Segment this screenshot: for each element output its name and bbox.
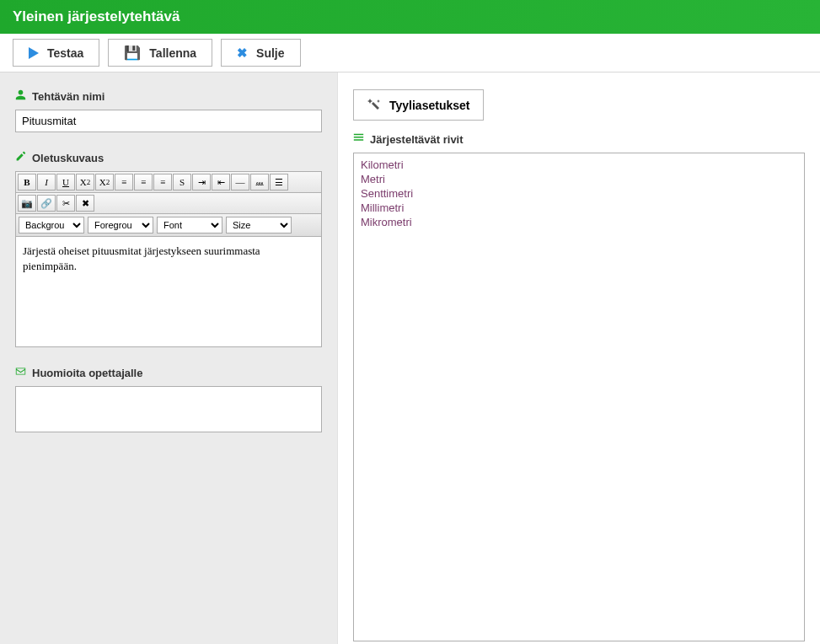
strike-button[interactable]: S xyxy=(173,174,191,191)
left-panel: Tehtävän nimi Oletuskuvaus B I U X2 X2 ≡ xyxy=(0,72,337,644)
notes-label: Huomioita opettajalle xyxy=(32,367,142,379)
test-label: Testaa xyxy=(47,46,83,60)
close-label: Sulje xyxy=(256,46,284,60)
play-icon xyxy=(29,47,39,59)
save-label: Tallenna xyxy=(149,46,196,60)
content-area: Tehtävän nimi Oletuskuvaus B I U X2 X2 ≡ xyxy=(0,72,820,644)
list-item: Mikrometri xyxy=(361,216,797,230)
save-icon: 💾 xyxy=(124,45,141,61)
ul-button[interactable]: ☰ xyxy=(270,174,288,191)
style-settings-label: Tyyliasetukset xyxy=(389,99,469,112)
desc-label: Oletuskuvaus xyxy=(32,152,104,164)
save-button[interactable]: 💾 Tallenna xyxy=(108,39,212,67)
italic-button[interactable]: I xyxy=(37,174,56,191)
right-panel: Tyyliasetukset Järjesteltävät rivit Kilo… xyxy=(337,72,820,644)
rte-content[interactable]: Järjestä oheiset pituusmitat järjestykse… xyxy=(16,237,321,346)
user-icon xyxy=(15,89,26,103)
list-item: Kilometri xyxy=(361,158,797,173)
list-item: Senttimetri xyxy=(361,187,797,201)
rte-toolbar-row3: Backgrou Foregrou Font Size xyxy=(16,214,321,237)
ol-button[interactable]: ⅏ xyxy=(250,174,269,191)
bg-color-select[interactable]: Backgrou xyxy=(19,217,84,233)
subscript-button[interactable]: X2 xyxy=(76,174,94,191)
rte-toolbar-row1: B I U X2 X2 ≡ ≡ ≡ S ⇥ ⇤ — ⅏ ☰ xyxy=(16,172,321,193)
hr-button[interactable]: — xyxy=(231,174,249,191)
description-block: Oletuskuvaus B I U X2 X2 ≡ ≡ ≡ S ⇥ ⇤ — ⅏ xyxy=(15,151,322,347)
rich-text-editor: B I U X2 X2 ≡ ≡ ≡ S ⇥ ⇤ — ⅏ ☰ 📷 xyxy=(15,171,322,347)
task-name-input[interactable] xyxy=(15,110,322,132)
mail-icon xyxy=(15,366,26,379)
teacher-notes-input[interactable] xyxy=(15,386,322,432)
link-button[interactable]: 🔗 xyxy=(37,195,56,212)
test-button[interactable]: Testaa xyxy=(13,39,99,67)
superscript-button[interactable]: X2 xyxy=(95,174,114,191)
style-settings-button[interactable]: Tyyliasetukset xyxy=(353,89,484,121)
rows-label-row: Järjesteltävät rivit xyxy=(353,132,805,146)
desc-label-row: Oletuskuvaus xyxy=(15,151,322,164)
list-icon xyxy=(353,132,364,146)
align-right-button[interactable]: ≡ xyxy=(153,174,172,191)
unlink-button[interactable]: ✂ xyxy=(56,195,75,212)
outdent-button[interactable]: ⇤ xyxy=(212,174,230,191)
indent-button[interactable]: ⇥ xyxy=(192,174,211,191)
rte-toolbar-row2: 📷 🔗 ✂ ✖ xyxy=(16,193,321,214)
name-label: Tehtävän nimi xyxy=(32,90,105,103)
sortable-rows-input[interactable]: Kilometri Metri Senttimetri Millimetri M… xyxy=(353,153,805,641)
list-item: Millimetri xyxy=(361,201,797,216)
app-header: Yleinen järjestelytehtävä xyxy=(0,0,820,34)
main-toolbar: Testaa 💾 Tallenna ✖ Sulje xyxy=(0,34,820,72)
rows-label: Järjesteltävät rivit xyxy=(370,133,464,146)
name-block: Tehtävän nimi xyxy=(15,89,322,132)
name-label-row: Tehtävän nimi xyxy=(15,89,322,103)
font-select[interactable]: Font xyxy=(157,217,222,233)
list-item: Metri xyxy=(361,173,797,187)
header-title: Yleinen järjestelytehtävä xyxy=(13,8,180,24)
fg-color-select[interactable]: Foregrou xyxy=(88,217,153,233)
clear-format-button[interactable]: ✖ xyxy=(76,195,94,212)
wand-icon xyxy=(367,97,381,113)
bold-button[interactable]: B xyxy=(18,174,36,191)
close-icon: ✖ xyxy=(237,46,248,61)
align-center-button[interactable]: ≡ xyxy=(134,174,153,191)
underline-button[interactable]: U xyxy=(56,174,75,191)
align-left-button[interactable]: ≡ xyxy=(115,174,133,191)
notes-block: Huomioita opettajalle xyxy=(15,366,322,432)
edit-icon xyxy=(15,151,26,164)
size-select[interactable]: Size xyxy=(226,217,292,233)
close-button[interactable]: ✖ Sulje xyxy=(221,39,300,67)
image-button[interactable]: 📷 xyxy=(18,195,36,212)
notes-label-row: Huomioita opettajalle xyxy=(15,366,322,379)
